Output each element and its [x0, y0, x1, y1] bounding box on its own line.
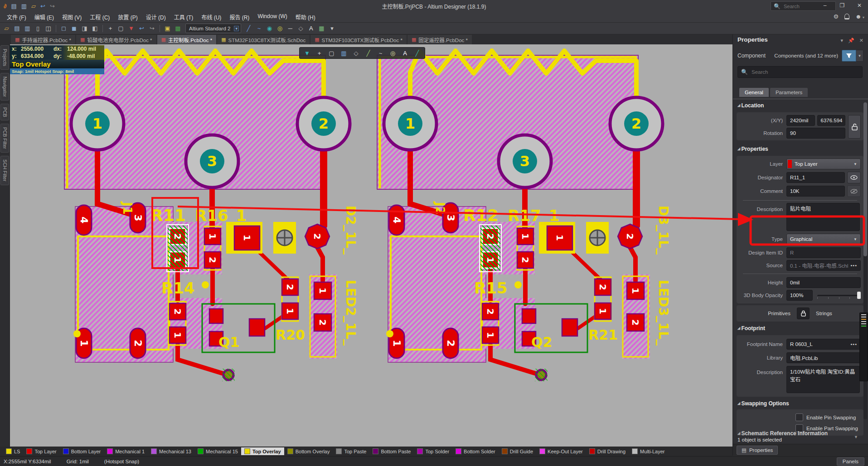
- float-line-icon[interactable]: ╱: [411, 48, 423, 58]
- layer-tab-drill-drawing[interactable]: Drill Drawing: [586, 447, 629, 455]
- doc-tab[interactable]: ▦手持遥控器.PcbDoc *: [11, 35, 75, 44]
- toolbar-redo-icon[interactable]: ↪: [147, 24, 157, 33]
- section-swapping-options[interactable]: Swapping Options: [737, 400, 789, 407]
- comment-field[interactable]: 10K: [786, 186, 845, 197]
- restore-button[interactable]: ❐: [836, 1, 848, 10]
- toolbar-print-icon[interactable]: ▯: [33, 24, 43, 33]
- float-select-rect-icon[interactable]: ▢: [325, 48, 338, 58]
- footprint-description-field[interactable]: 1/10W贴片电阻 淘宝ID:黄晶宝石: [786, 366, 860, 393]
- toolbar-string-icon[interactable]: A: [306, 24, 316, 33]
- profile-combobox[interactable]: Altium Standard 2 ▾: [185, 24, 241, 33]
- type-dropdown[interactable]: Graphical ▼: [786, 234, 861, 245]
- toolbar-select-region-icon[interactable]: ▢: [116, 24, 126, 33]
- doc-tab[interactable]: ▦STM32F103C8TX测试板.SchDoc: [217, 35, 310, 44]
- panel-search[interactable]: 🔍: [737, 66, 863, 78]
- menu-item-0[interactable]: 文件 (F): [3, 12, 30, 22]
- float-filter-funnel-icon[interactable]: ▼: [301, 48, 313, 58]
- toolbar-zoom-sheet-icon[interactable]: ◧: [90, 24, 100, 33]
- toolbar-filter-icon[interactable]: ▼: [126, 24, 136, 33]
- layer-tab-top-solder[interactable]: Top Solder: [414, 447, 452, 455]
- rotation-field[interactable]: 90: [786, 128, 845, 139]
- menu-item-2[interactable]: 视图 (V): [58, 12, 86, 22]
- scroll-down-icon[interactable]: ▼: [854, 435, 858, 439]
- layer-tab-mechanical-1[interactable]: Mechanical 1: [104, 447, 148, 455]
- section-location[interactable]: Location: [737, 102, 764, 109]
- menu-item-5[interactable]: 设计 (D): [142, 12, 170, 22]
- user-icon[interactable]: ☻ ▾: [855, 13, 864, 20]
- toolbar-zoom-selected-icon[interactable]: ◨: [80, 24, 89, 33]
- side-tab-sch-filter[interactable]: SCH Filter: [0, 156, 9, 185]
- menu-item-1[interactable]: 编辑 (E): [30, 12, 58, 22]
- filter-button[interactable]: [842, 50, 856, 62]
- toolbar-pcb-doc-icon[interactable]: ▣: [163, 24, 172, 33]
- layer-tab-top-paste[interactable]: Top Paste: [333, 447, 369, 455]
- layer-tab-bottom-solder[interactable]: Bottom Solder: [452, 447, 499, 455]
- save-icon[interactable]: ▤: [11, 3, 16, 9]
- layer-tab-bottom-overlay[interactable]: Bottom Overlay: [284, 447, 333, 455]
- minimize-button[interactable]: –: [819, 1, 831, 10]
- opacity-slider[interactable]: [817, 290, 861, 300]
- source-field[interactable]: 0.1 - 电阻-电容-电感.Schl •••: [786, 260, 861, 271]
- toolbar-interactive-route-icon[interactable]: ╱: [244, 24, 253, 33]
- y-field[interactable]: 6376.594: [817, 115, 846, 126]
- library-field[interactable]: 电阻.PcbLib: [786, 352, 861, 363]
- layer-tab-multi-layer[interactable]: Multi-Layer: [629, 447, 668, 455]
- redo-icon[interactable]: ↪: [50, 3, 55, 9]
- float-chart-icon[interactable]: ▥: [338, 48, 350, 58]
- menu-item-7[interactable]: 布线 (U): [197, 12, 225, 22]
- doc-tab[interactable]: ▦固定遥控器.PcbDoc *: [407, 35, 472, 44]
- layer-tab-mechanical-13[interactable]: Mechanical 13: [148, 447, 194, 455]
- panel-menu-icon[interactable]: ▾: [841, 38, 844, 43]
- toolbar-zoom-fit-icon[interactable]: ◻: [59, 24, 68, 33]
- toolbar-route-arc-icon[interactable]: ~: [254, 24, 264, 33]
- toolbar-save-icon[interactable]: ▤: [12, 24, 22, 33]
- menu-item-3[interactable]: 工程 (C): [86, 12, 114, 22]
- section-footprint[interactable]: Footprint: [737, 325, 765, 331]
- toolbar-save-all-icon[interactable]: ▥: [23, 24, 32, 33]
- designator-visibility-button[interactable]: [847, 172, 861, 183]
- menu-item-10[interactable]: 帮助 (H): [291, 12, 320, 22]
- toolbar-zoom-area-icon[interactable]: ◼: [69, 24, 79, 33]
- toolbar-via-icon[interactable]: ◉: [265, 24, 274, 33]
- doc-tab[interactable]: ▦主控制板.PcbDoc *: [157, 35, 217, 44]
- menu-item-6[interactable]: 工具 (T): [170, 12, 198, 22]
- layer-tab-bottom-paste[interactable]: Bottom Paste: [369, 447, 414, 455]
- slider-handle[interactable]: [857, 292, 861, 299]
- filter-dropdown-button[interactable]: ▼: [856, 50, 863, 62]
- layer-tab-mechanical-15[interactable]: Mechanical 15: [194, 447, 241, 455]
- layer-tab-top-layer[interactable]: Top Layer: [23, 447, 59, 455]
- doc-tab[interactable]: ▦STM32F103C8TX测试板.PcbDoc *: [310, 35, 407, 44]
- pcb-canvas[interactable]: 1 2 3: [10, 44, 732, 447]
- source-browse-dots[interactable]: •••: [850, 263, 857, 268]
- bell-icon[interactable]: [844, 14, 849, 19]
- properties-panel-tab[interactable]: ▤ Properties: [737, 446, 778, 455]
- primitives-lock-button[interactable]: [797, 307, 810, 319]
- section-properties[interactable]: Properties: [737, 146, 768, 152]
- save-all-icon[interactable]: ▥: [21, 3, 27, 9]
- chevron-down-icon[interactable]: ▾: [234, 26, 239, 31]
- toolbar-board-view-icon[interactable]: ▩: [173, 24, 183, 33]
- toolbar-more-icon[interactable]: ▾: [327, 24, 337, 33]
- footprint-name-field[interactable]: R 0603_L •••: [786, 339, 861, 350]
- panel-search-input[interactable]: [751, 69, 834, 75]
- toolbar-grid-icon[interactable]: ▦: [317, 24, 326, 33]
- tab-parameters[interactable]: Parameters: [770, 88, 808, 97]
- side-tab-pcb-filter[interactable]: PCB Filter: [0, 124, 9, 153]
- layer-tab-drill-guide[interactable]: Drill Guide: [499, 447, 536, 455]
- toolbar-track-icon[interactable]: ─: [286, 24, 295, 33]
- height-field[interactable]: 0mil: [786, 277, 861, 288]
- pin-icon[interactable]: 📌: [848, 38, 854, 43]
- close-icon[interactable]: ✕: [859, 38, 863, 43]
- enable-pin-swapping-checkbox[interactable]: [795, 413, 803, 421]
- toolbar-open-icon[interactable]: ▱: [2, 24, 11, 33]
- layer-tab-ls[interactable]: LS: [3, 447, 23, 455]
- scrollbar-thumb[interactable]: [863, 102, 867, 256]
- float-arc-icon[interactable]: ~: [374, 48, 387, 58]
- side-tab-pcb[interactable]: PCB: [0, 104, 9, 121]
- footprint-browse-dots[interactable]: •••: [850, 341, 857, 347]
- float-measure-icon[interactable]: ╱: [362, 48, 374, 58]
- toolbar-pad-icon[interactable]: ◎: [275, 24, 285, 33]
- description-field[interactable]: 贴片电阻: [786, 203, 860, 231]
- float-polygon-icon[interactable]: ◇: [350, 48, 362, 58]
- menu-item-4[interactable]: 放置 (P): [114, 12, 141, 22]
